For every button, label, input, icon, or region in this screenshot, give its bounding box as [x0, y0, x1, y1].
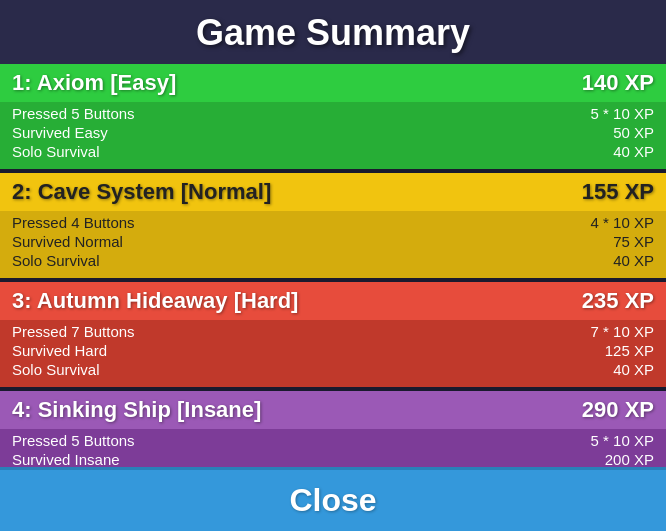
row-value: 5 * 10 XP [591, 105, 654, 122]
section-normal: 2: Cave System [Normal] 155 XP Pressed 4… [0, 173, 666, 282]
section-row: Pressed 5 Buttons 5 * 10 XP [12, 431, 654, 450]
section-body-easy: Pressed 5 Buttons 5 * 10 XP Survived Eas… [0, 102, 666, 169]
row-label: Pressed 5 Buttons [12, 432, 135, 449]
section-row: Survived Insane 200 XP [12, 450, 654, 467]
row-value: 40 XP [613, 361, 654, 378]
section-row: Survived Easy 50 XP [12, 123, 654, 142]
row-value: 50 XP [613, 124, 654, 141]
section-row: Solo Survival 40 XP [12, 360, 654, 379]
section-header-insane: 4: Sinking Ship [Insane] 290 XP [0, 391, 666, 429]
section-xp-insane: 290 XP [582, 397, 654, 423]
row-label: Solo Survival [12, 252, 100, 269]
content-area: 1: Axiom [Easy] 140 XP Pressed 5 Buttons… [0, 64, 666, 467]
section-header-normal: 2: Cave System [Normal] 155 XP [0, 173, 666, 211]
row-value: 7 * 10 XP [591, 323, 654, 340]
row-label: Solo Survival [12, 361, 100, 378]
section-xp-hard: 235 XP [582, 288, 654, 314]
row-value: 5 * 10 XP [591, 432, 654, 449]
title-bar: Game Summary [0, 0, 666, 64]
section-row: Solo Survival 40 XP [12, 251, 654, 270]
section-row: Pressed 7 Buttons 7 * 10 XP [12, 322, 654, 341]
row-value: 4 * 10 XP [591, 214, 654, 231]
section-body-insane: Pressed 5 Buttons 5 * 10 XP Survived Ins… [0, 429, 666, 467]
section-row: Solo Survival 40 XP [12, 142, 654, 161]
row-value: 40 XP [613, 143, 654, 160]
row-label: Survived Insane [12, 451, 120, 467]
section-body-normal: Pressed 4 Buttons 4 * 10 XP Survived Nor… [0, 211, 666, 278]
section-title-normal: 2: Cave System [Normal] [12, 179, 271, 205]
section-xp-easy: 140 XP [582, 70, 654, 96]
page-title: Game Summary [0, 12, 666, 54]
section-title-easy: 1: Axiom [Easy] [12, 70, 176, 96]
sections-container: 1: Axiom [Easy] 140 XP Pressed 5 Buttons… [0, 64, 666, 467]
section-body-hard: Pressed 7 Buttons 7 * 10 XP Survived Har… [0, 320, 666, 387]
section-row: Pressed 4 Buttons 4 * 10 XP [12, 213, 654, 232]
row-label: Survived Easy [12, 124, 108, 141]
section-xp-normal: 155 XP [582, 179, 654, 205]
row-label: Pressed 4 Buttons [12, 214, 135, 231]
row-label: Solo Survival [12, 143, 100, 160]
row-value: 125 XP [605, 342, 654, 359]
section-easy: 1: Axiom [Easy] 140 XP Pressed 5 Buttons… [0, 64, 666, 173]
close-button[interactable]: Close [0, 467, 666, 531]
row-value: 75 XP [613, 233, 654, 250]
section-insane: 4: Sinking Ship [Insane] 290 XP Pressed … [0, 391, 666, 467]
row-value: 40 XP [613, 252, 654, 269]
row-label: Pressed 5 Buttons [12, 105, 135, 122]
row-label: Pressed 7 Buttons [12, 323, 135, 340]
section-row: Survived Hard 125 XP [12, 341, 654, 360]
row-value: 200 XP [605, 451, 654, 467]
section-header-hard: 3: Autumn Hideaway [Hard] 235 XP [0, 282, 666, 320]
section-header-easy: 1: Axiom [Easy] 140 XP [0, 64, 666, 102]
row-label: Survived Normal [12, 233, 123, 250]
section-title-insane: 4: Sinking Ship [Insane] [12, 397, 261, 423]
section-row: Pressed 5 Buttons 5 * 10 XP [12, 104, 654, 123]
row-label: Survived Hard [12, 342, 107, 359]
section-title-hard: 3: Autumn Hideaway [Hard] [12, 288, 298, 314]
section-hard: 3: Autumn Hideaway [Hard] 235 XP Pressed… [0, 282, 666, 391]
section-row: Survived Normal 75 XP [12, 232, 654, 251]
